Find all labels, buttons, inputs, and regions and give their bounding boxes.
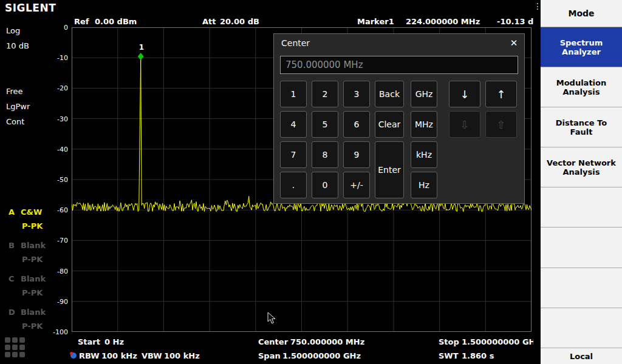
unit-khz-button[interactable]: kHz xyxy=(411,141,437,168)
avg-type-readout: LgPwr xyxy=(6,102,30,111)
start-value: 0 Hz xyxy=(104,337,124,346)
y-axis-tick: -80 xyxy=(47,268,68,275)
key-1[interactable]: 1 xyxy=(280,81,307,107)
spectrum-analyzer-screen: SIGLENT Log 10 dB Free LgPwr Cont AC&W P… xyxy=(0,0,622,364)
siglent-logo: SIGLENT xyxy=(5,2,56,14)
vbw-value: 100 kHz xyxy=(164,351,200,360)
arrow-up-button[interactable]: ↑ xyxy=(485,81,517,107)
numeric-keypad: 1 2 3 Back 4 5 6 Clear 7 8 9 Enter . 0 +… xyxy=(280,81,404,198)
center-frequency-dialog: Center ✕ 1 2 3 Back 4 5 6 Clear 7 8 9 En… xyxy=(273,33,525,204)
ref-label: Ref xyxy=(74,17,89,26)
att-label: Att xyxy=(202,17,216,26)
trace-b-mode: Blank xyxy=(21,241,46,250)
trace-c-detector: P-PK xyxy=(22,288,46,297)
menu-item-modulation-analysis[interactable]: Modulation Analysis xyxy=(541,67,622,107)
unit-buttons: GHz MHz kHz Hz xyxy=(411,81,437,198)
trace-b-legend: BBlank P-PK xyxy=(9,241,46,264)
unit-ghz-button[interactable]: GHz xyxy=(411,81,437,107)
y-axis-tick: 0 xyxy=(47,24,68,32)
y-axis-tick: -100 xyxy=(47,328,68,336)
step-arrows: ↓ ↑ ⇩ ⇧ xyxy=(449,81,517,138)
trace-a-id: A xyxy=(9,207,21,217)
key-0[interactable]: 0 xyxy=(312,172,338,198)
trace-c-mode: Blank xyxy=(21,274,46,283)
trigger-readout: Free xyxy=(6,87,23,96)
stop-label: Stop xyxy=(439,337,459,346)
center-label: Center xyxy=(258,337,288,346)
y-axis-tick: -10 xyxy=(47,54,68,62)
home-grid-icon[interactable] xyxy=(5,337,25,357)
trace-b-id: B xyxy=(9,241,21,250)
menu-item-empty-4 xyxy=(541,308,622,348)
arrow-down-button[interactable]: ↓ xyxy=(449,81,480,107)
close-icon[interactable]: ✕ xyxy=(507,36,521,50)
trace-b-detector: P-PK xyxy=(22,255,46,264)
trace-a-mode: C&W xyxy=(21,207,42,217)
key-9[interactable]: 9 xyxy=(343,141,370,168)
trace-a-detector: P-PK xyxy=(22,221,43,231)
trace-c-legend: CBlank P-PK xyxy=(9,274,46,297)
key-5[interactable]: 5 xyxy=(312,111,338,138)
span-value: 1.500000000 GHz xyxy=(282,351,361,360)
key-4[interactable]: 4 xyxy=(280,111,307,138)
trace-c-id: C xyxy=(9,274,21,283)
menu-item-empty-3 xyxy=(541,268,622,308)
att-value: 20.00 dB xyxy=(220,17,259,26)
marker-freq: 224.000000 MHz xyxy=(406,17,480,26)
scale-div-readout: 10 dB xyxy=(6,41,29,50)
key-dot[interactable]: . xyxy=(280,172,307,198)
dialog-title: Center xyxy=(281,38,310,48)
y-axis-tick: -50 xyxy=(47,176,68,184)
marker-label: Marker1 xyxy=(357,17,394,26)
amp-scale-readout: Log xyxy=(6,26,20,35)
y-axis-tick: -40 xyxy=(47,146,68,153)
stop-value: 1.500000000 GHz xyxy=(462,337,540,346)
enter-button[interactable]: Enter xyxy=(375,141,404,198)
menu-item-empty-1 xyxy=(541,187,622,228)
back-button[interactable]: Back xyxy=(375,81,404,107)
key-6[interactable]: 6 xyxy=(343,111,370,138)
menu-title: Mode xyxy=(541,0,622,27)
trace-d-mode: Blank xyxy=(21,308,46,317)
ref-value: 0.00 dBm xyxy=(95,17,137,26)
y-axis-tick: -30 xyxy=(47,115,68,123)
menu-drag-handle[interactable]: ⋮ xyxy=(533,0,541,364)
key-7[interactable]: 7 xyxy=(280,141,307,168)
rbw-label: RBW xyxy=(79,351,100,360)
menu-item-empty-2 xyxy=(541,228,622,268)
y-axis-tick: -70 xyxy=(47,237,68,244)
start-label: Start xyxy=(78,337,100,346)
key-2[interactable]: 2 xyxy=(312,81,338,107)
trace-d-detector: P-PK xyxy=(22,322,46,331)
local-button[interactable]: Local xyxy=(541,348,622,364)
rbw-status-icon xyxy=(70,352,77,359)
arrow-down-outline-button: ⇩ xyxy=(449,111,480,138)
menu-item-distance-to-fault[interactable]: Distance To Fault xyxy=(541,107,622,147)
vbw-label: VBW xyxy=(142,351,162,360)
y-axis-tick: -90 xyxy=(47,298,68,306)
rbw-value: 100 kHz xyxy=(101,351,137,360)
unit-hz-button[interactable]: Hz xyxy=(411,172,437,198)
trace-d-legend: DBlank P-PK xyxy=(9,308,46,331)
clear-button[interactable]: Clear xyxy=(375,111,404,138)
menu-item-spectrum-analyzer[interactable]: Spectrum Analyzer xyxy=(541,27,622,67)
y-axis-tick: -20 xyxy=(47,84,68,92)
arrow-up-outline-button: ⇧ xyxy=(485,111,517,138)
sweep-mode-readout: Cont xyxy=(6,117,24,126)
swt-label: SWT xyxy=(439,351,459,360)
trace-a-legend: AC&W P-PK xyxy=(9,207,43,231)
key-sign[interactable]: +/- xyxy=(343,172,370,198)
key-3[interactable]: 3 xyxy=(343,81,370,107)
frequency-input[interactable] xyxy=(280,56,518,74)
menu-item-vector-network-analysis[interactable]: Vector Network Analysis xyxy=(541,147,622,187)
svg-text:1: 1 xyxy=(139,43,144,52)
center-value: 750.000000 MHz xyxy=(290,337,364,346)
span-label: Span xyxy=(258,351,281,360)
mode-menu: Mode Spectrum Analyzer Modulation Analys… xyxy=(541,0,622,364)
swt-value: 1.860 s xyxy=(462,351,494,360)
unit-mhz-button[interactable]: MHz xyxy=(411,111,437,138)
y-axis-tick: -60 xyxy=(47,206,68,214)
trace-d-id: D xyxy=(9,308,21,317)
key-8[interactable]: 8 xyxy=(312,141,338,168)
